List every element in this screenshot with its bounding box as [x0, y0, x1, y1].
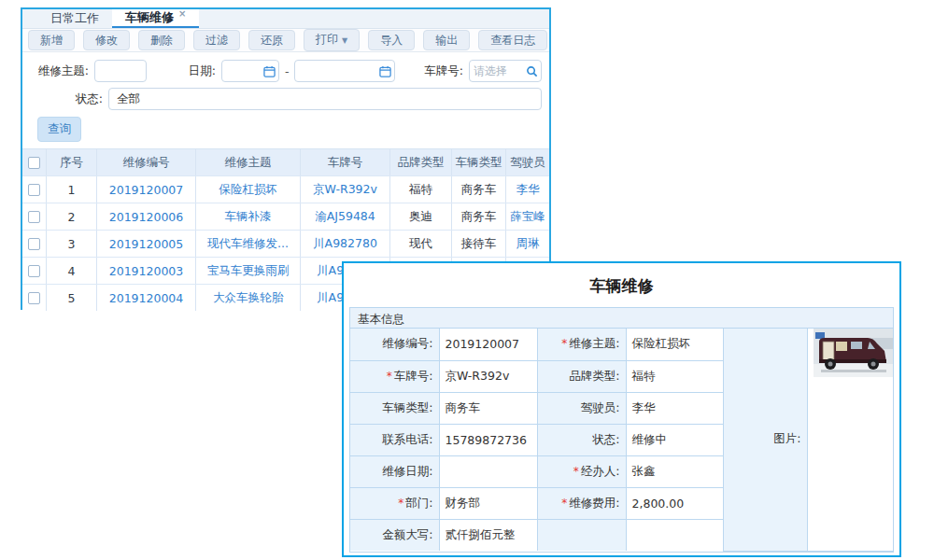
tab-label: 日常工作 — [50, 10, 99, 27]
toolbar: 新增 修改 删除 过滤 还原 打印▼ 导入 输出 查看日志 — [22, 29, 549, 52]
col-header-type[interactable]: 车辆类型 — [452, 149, 506, 175]
repair-code-link[interactable]: 2019120004 — [97, 285, 196, 311]
print-button[interactable]: 打印▼ — [304, 29, 360, 51]
field-label: 驾驶员: — [581, 400, 620, 414]
edit-button[interactable]: 修改 — [83, 30, 130, 50]
required-mark: * — [561, 337, 567, 350]
field-value: 商务车 — [439, 392, 537, 424]
table-row[interactable]: 3 2019120005 现代车维修发... 川A982780 现代 接待车 周… — [22, 230, 549, 257]
driver-link[interactable]: 薛宝峰 — [506, 203, 549, 230]
row-checkbox[interactable] — [28, 238, 40, 250]
driver-link[interactable]: 李华 — [506, 176, 549, 203]
repair-subject-link[interactable]: 宝马车更换雨刷 — [196, 258, 301, 284]
view-log-button[interactable]: 查看日志 — [478, 30, 547, 50]
filter-row-2: 状态: 全部 — [30, 86, 542, 112]
select-all-checkbox[interactable] — [28, 157, 40, 169]
field-label: 联系电话: — [382, 432, 432, 446]
query-button[interactable]: 查询 — [37, 117, 81, 142]
tab-label: 车辆维修 — [125, 9, 174, 26]
col-header-subject[interactable]: 维修主题 — [196, 149, 301, 175]
field-value: 张鑫 — [626, 455, 723, 487]
repair-subject-link[interactable]: 现代车维修发... — [196, 231, 301, 257]
field-label: 状态: — [592, 432, 619, 446]
filter-button[interactable]: 过滤 — [193, 30, 240, 50]
field-label: 金额大写: — [382, 527, 432, 541]
field-label: 维修编号: — [382, 336, 432, 350]
tab-vehicle-repair[interactable]: 车辆维修 × — [112, 9, 199, 28]
field-label: 车辆类型: — [382, 400, 432, 414]
field-value: 李华 — [626, 392, 723, 424]
field-label: 品牌类型: — [569, 369, 619, 383]
table-row[interactable]: 2 2019120006 车辆补漆 渝AJ59484 奥迪 商务车 薛宝峰 — [22, 203, 549, 230]
field-value: 保险杠损坏 — [626, 329, 723, 360]
repair-subject-link[interactable]: 大众车换轮胎 — [196, 285, 301, 311]
search-icon[interactable] — [526, 65, 538, 77]
col-header-plate[interactable]: 车牌号 — [301, 149, 390, 175]
plate-link[interactable]: 京W-R392v — [301, 176, 390, 203]
detail-table: *维修编号: 2019120007 *维修主题: 保险杠损坏 图片: — [350, 329, 893, 552]
field-value: 京W-R392v — [439, 360, 537, 392]
filter-row-1: 维修主题: 日期: - 车牌号: — [30, 58, 542, 84]
repair-code-link[interactable]: 2019120003 — [97, 258, 196, 284]
add-button[interactable]: 新增 — [28, 30, 75, 50]
required-mark: * — [573, 465, 579, 478]
vehicle-photo-cell — [807, 329, 893, 551]
repair-code-link[interactable]: 2019120007 — [97, 176, 196, 203]
field-value: 福特 — [626, 360, 723, 392]
row-checkbox[interactable] — [28, 211, 40, 223]
table-header-row: 序号 维修编号 维修主题 车牌号 品牌类型 车辆类型 驾驶员 — [22, 149, 549, 175]
calendar-icon[interactable] — [263, 65, 276, 77]
col-header-driver[interactable]: 驾驶员 — [506, 149, 549, 175]
field-label: 部门: — [405, 496, 432, 510]
plate-filter-label: 车牌号: — [395, 63, 463, 79]
field-value: 维修中 — [626, 424, 723, 455]
row-checkbox[interactable] — [28, 265, 40, 277]
status-filter-label: 状态: — [30, 91, 103, 107]
repair-subject-link[interactable]: 保险杠损坏 — [196, 176, 301, 203]
detail-row: *维修编号: 2019120007 *维修主题: 保险杠损坏 图片: — [350, 329, 893, 360]
desktop: 日常工作 车辆维修 × 新增 修改 删除 过滤 还原 打印▼ 导入 输出 查看日… — [0, 0, 934, 560]
driver-link[interactable]: 周琳 — [506, 231, 549, 257]
detail-title: 车辆维修 — [344, 263, 899, 307]
tab-daily-work[interactable]: 日常工作 — [37, 9, 112, 28]
field-label: 经办人: — [581, 464, 620, 478]
date-filter-label: 日期: — [147, 63, 216, 79]
plate-link[interactable]: 渝AJ59484 — [301, 203, 390, 230]
table-row[interactable]: 1 2019120007 保险杠损坏 京W-R392v 福特 商务车 李华 — [22, 175, 549, 203]
search-filters: 维修主题: 日期: - 车牌号: — [22, 52, 549, 147]
date-range-separator: - — [285, 64, 290, 78]
basic-info-section: 基本信息 *维修编号: 2019120007 *维修主题: 保险杠损坏 图片: — [349, 307, 894, 553]
close-icon[interactable]: × — [178, 8, 186, 19]
row-checkbox[interactable] — [28, 184, 40, 196]
col-header-code[interactable]: 维修编号 — [97, 149, 196, 175]
field-value: 2,800.00 — [626, 487, 723, 519]
restore-button[interactable]: 还原 — [248, 30, 295, 50]
field-value: 财务部 — [439, 487, 537, 519]
col-header-no[interactable]: 序号 — [47, 149, 97, 175]
repair-subject-link[interactable]: 车辆补漆 — [196, 203, 301, 230]
status-select[interactable]: 全部 — [108, 88, 542, 110]
export-button[interactable]: 输出 — [423, 30, 470, 50]
plate-link[interactable]: 川A982780 — [301, 231, 390, 257]
delete-button[interactable]: 删除 — [138, 30, 185, 50]
repair-code-link[interactable]: 2019120005 — [97, 231, 196, 257]
col-header-brand[interactable]: 品牌类型 — [390, 149, 452, 175]
basic-info-header: 基本信息 — [350, 308, 893, 329]
repair-code-link[interactable]: 2019120006 — [97, 203, 196, 230]
vehicle-photo — [814, 329, 894, 377]
field-value: 贰仟捌佰元整 — [439, 519, 537, 551]
row-checkbox[interactable] — [28, 292, 40, 304]
subject-filter-input[interactable] — [94, 60, 147, 82]
image-field-label: 图片: — [723, 329, 807, 551]
field-value — [626, 519, 723, 551]
chevron-down-icon: ▼ — [342, 36, 347, 45]
field-value — [439, 455, 537, 487]
calendar-icon[interactable] — [379, 65, 391, 77]
field-value: 2019120007 — [439, 329, 537, 360]
tab-bar: 日常工作 车辆维修 × — [22, 9, 549, 29]
vehicle-repair-detail-window: 车辆维修 基本信息 *维修编号: 2019120007 *维修主题: 保险杠损坏… — [342, 261, 901, 557]
import-button[interactable]: 导入 — [368, 30, 415, 50]
field-label: 维修费用: — [569, 496, 619, 510]
required-mark: * — [387, 370, 392, 383]
field-value: 15789872736 — [439, 424, 537, 455]
